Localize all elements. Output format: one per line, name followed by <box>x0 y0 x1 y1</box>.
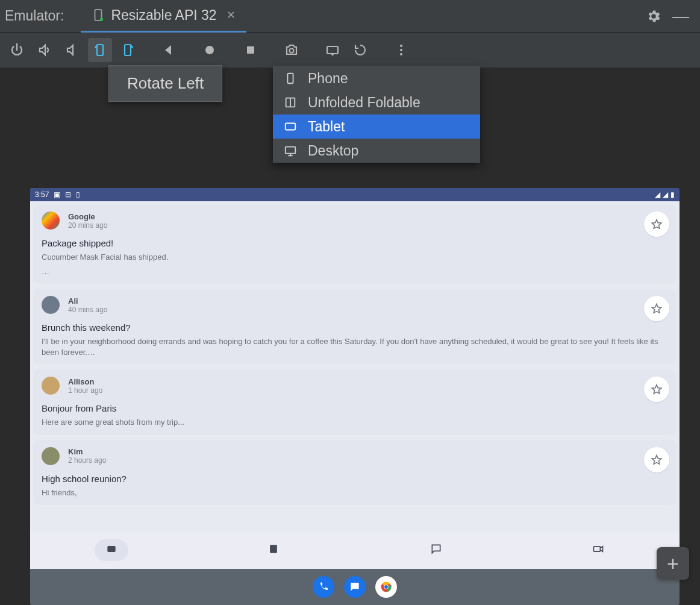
svg-rect-5 <box>247 46 254 54</box>
close-tab-icon[interactable]: ✕ <box>223 8 236 22</box>
svg-rect-2 <box>97 45 103 55</box>
star-button[interactable] <box>644 212 669 237</box>
menu-item-label: Tablet <box>308 119 345 135</box>
volume-up-button[interactable] <box>33 38 57 62</box>
svg-rect-7 <box>327 46 338 54</box>
star-button[interactable] <box>644 296 669 321</box>
snapshots-button[interactable] <box>348 38 372 62</box>
svg-rect-3 <box>125 45 131 55</box>
svg-rect-20 <box>286 124 296 130</box>
more-button[interactable] <box>389 38 413 62</box>
email-list[interactable]: Google 20 mins ago Package shipped! Cucu… <box>30 201 680 531</box>
svg-point-9 <box>400 49 402 51</box>
email-sender: Google <box>68 212 107 221</box>
tab-title: Resizable API 32 <box>111 7 216 24</box>
overview-button[interactable] <box>239 38 263 62</box>
android-taskbar <box>30 569 680 605</box>
email-card[interactable]: Allison 1 hour ago Bonjour from Paris He… <box>33 369 677 435</box>
avatar <box>42 447 60 465</box>
email-time: 1 hour ago <box>68 386 102 395</box>
avatar <box>42 377 60 395</box>
email-preview: Here are some great shots from my trip..… <box>42 417 668 428</box>
signal-icon: ◢ <box>663 190 668 199</box>
rotate-left-tooltip: Rotate Left <box>108 65 222 102</box>
svg-point-16 <box>384 585 388 589</box>
avatar <box>42 296 60 314</box>
email-card[interactable]: Ali 40 mins ago Brunch this weekend? I'l… <box>33 289 677 365</box>
volume-down-button[interactable] <box>60 38 84 62</box>
email-time: 20 mins ago <box>68 221 107 230</box>
display-mode-tablet[interactable]: Tablet <box>273 114 480 139</box>
email-card[interactable]: Kim 2 hours ago High school reunion? Hi … <box>33 440 677 506</box>
email-preview: Hi friends, <box>42 487 668 498</box>
statusbar-icon: ⊟ <box>65 190 71 199</box>
zoom-add-fab[interactable]: + <box>657 547 689 580</box>
nav-video[interactable] <box>592 543 604 557</box>
email-subject: Bonjour from Paris <box>42 403 668 413</box>
statusbar-icon: ▣ <box>54 190 60 199</box>
svg-rect-17 <box>287 74 293 84</box>
nav-inbox[interactable] <box>95 539 128 561</box>
email-more: … <box>42 266 668 277</box>
avatar <box>42 212 60 230</box>
emulator-label: Emulator: <box>5 8 81 24</box>
back-button[interactable] <box>157 38 181 62</box>
statusbar-time: 3:57 <box>35 190 49 199</box>
emulated-device: 3:57 ▣ ⊟ ▯ ◢ ◢ ▮ Google 20 mins ago <box>30 188 680 605</box>
device-phone-icon <box>92 8 105 22</box>
email-time: 2 hours ago <box>68 456 106 465</box>
email-sender: Allison <box>68 377 102 386</box>
display-mode-foldable[interactable]: Unfolded Foldable <box>273 90 480 114</box>
display-mode-menu: Phone Unfolded Foldable Tablet Desktop <box>273 66 480 163</box>
email-preview: Cucumber Mask Facial has shipped. <box>42 252 668 263</box>
display-mode-button[interactable] <box>320 38 345 62</box>
statusbar-icon: ▯ <box>76 190 80 199</box>
svg-point-8 <box>400 45 402 47</box>
screenshot-button[interactable] <box>280 38 304 62</box>
settings-button[interactable] <box>646 8 661 24</box>
star-button[interactable] <box>644 377 669 402</box>
battery-icon: ▮ <box>670 190 675 199</box>
svg-point-1 <box>100 18 104 22</box>
minimize-button[interactable]: — <box>661 7 695 26</box>
menu-item-label: Unfolded Foldable <box>308 95 420 111</box>
wifi-icon: ◢ <box>655 190 660 199</box>
email-sender: Ali <box>68 296 107 306</box>
svg-rect-12 <box>270 545 277 553</box>
android-status-bar: 3:57 ▣ ⊟ ▯ ◢ ◢ ▮ <box>30 188 680 201</box>
email-sender: Kim <box>68 447 106 456</box>
email-preview: I'll be in your neighborhood doing erran… <box>42 336 668 357</box>
star-button[interactable] <box>644 447 669 472</box>
nav-chat[interactable] <box>430 543 442 557</box>
app-bottom-nav <box>30 531 680 569</box>
svg-rect-21 <box>286 147 296 154</box>
svg-point-10 <box>400 53 402 55</box>
emulator-toolbar <box>0 33 700 67</box>
menu-item-label: Phone <box>308 71 348 87</box>
svg-rect-13 <box>594 547 601 551</box>
messages-app-icon[interactable] <box>344 576 366 598</box>
home-button[interactable] <box>198 38 222 62</box>
phone-app-icon[interactable] <box>313 576 334 598</box>
email-card[interactable]: Google 20 mins ago Package shipped! Cucu… <box>33 204 677 284</box>
rotate-right-button[interactable] <box>116 38 140 62</box>
email-subject: Brunch this weekend? <box>42 322 668 333</box>
svg-point-4 <box>205 46 214 54</box>
emulator-tab[interactable]: Resizable API 32 ✕ <box>81 0 246 33</box>
display-mode-phone[interactable]: Phone <box>273 66 480 90</box>
svg-point-6 <box>290 49 294 53</box>
power-button[interactable] <box>5 38 29 62</box>
email-subject: Package shipped! <box>42 238 668 248</box>
rotate-left-button[interactable] <box>88 38 112 62</box>
email-time: 40 mins ago <box>68 306 107 314</box>
display-mode-desktop[interactable]: Desktop <box>273 139 480 163</box>
tabstrip: Emulator: Resizable API 32 ✕ — <box>0 0 700 33</box>
nav-articles[interactable] <box>267 543 280 557</box>
email-subject: High school reunion? <box>42 474 668 484</box>
svg-rect-11 <box>107 546 115 552</box>
menu-item-label: Desktop <box>308 143 358 159</box>
chrome-app-icon[interactable] <box>375 576 397 598</box>
